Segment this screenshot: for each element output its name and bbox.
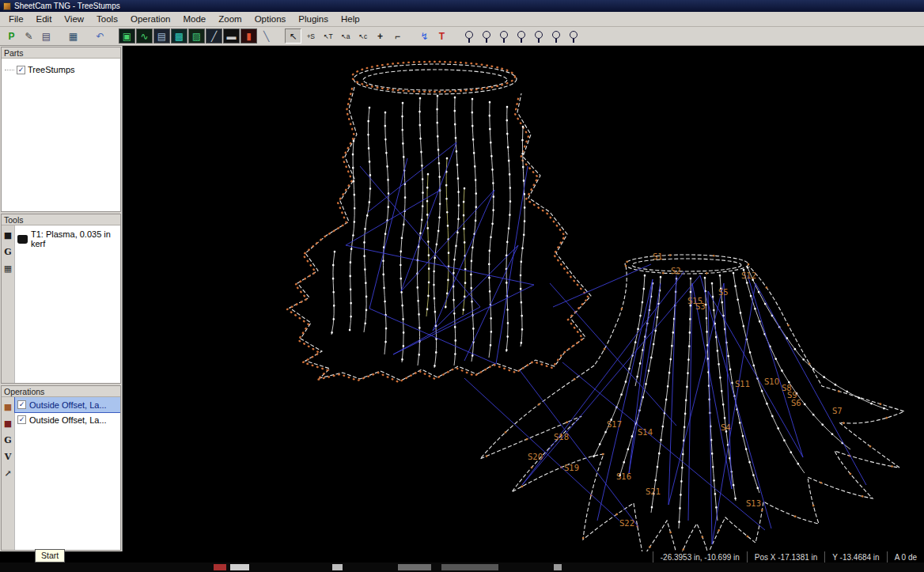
eyedropper-icon[interactable]: ╲ — [258, 28, 275, 44]
operation-checkbox[interactable]: ✓ — [17, 400, 26, 409]
app-icon — [3, 2, 11, 10]
print-icon[interactable]: ▤ — [38, 28, 55, 44]
toolpath-drawing — [123, 46, 924, 551]
add-point-cursor-icon[interactable]: ↖a — [337, 28, 354, 44]
torch-pin-icon[interactable] — [547, 28, 564, 44]
op-move-icon[interactable]: ↗ — [4, 469, 11, 478]
torch-pin-icon[interactable] — [513, 28, 529, 44]
taskbar-item[interactable] — [554, 564, 562, 570]
text-tool-icon[interactable]: T — [434, 28, 450, 44]
simulate-icon[interactable]: ↯ — [416, 28, 433, 44]
start-point-label: S17 — [607, 421, 622, 429]
start-point-label: S5 — [718, 289, 729, 297]
parts-tree-item[interactable]: ✓ TreeStumps — [2, 59, 120, 74]
op-gcode-icon[interactable]: G — [4, 436, 11, 445]
taskbar-item[interactable] — [441, 564, 498, 570]
show-grid-icon[interactable]: ▨ — [188, 28, 205, 44]
show-toolpath-icon[interactable]: ∿ — [136, 28, 153, 44]
operation-label: Outside Offset, La... — [29, 415, 107, 425]
tool-list-item[interactable]: T1: Plasma, 0.035 in kerf — [15, 225, 120, 248]
menu-help[interactable]: Help — [335, 13, 366, 25]
parts-panel-header: Parts — [2, 47, 120, 59]
start-point-label: S13 — [746, 500, 761, 508]
torch-pin-icon[interactable] — [478, 28, 494, 44]
status-angle: A 0 de — [887, 551, 924, 563]
parts-panel: Parts ✓ TreeStumps — [1, 47, 121, 212]
edit-part-icon[interactable]: ✎ — [21, 28, 37, 44]
operations-panel: Operations ■■GV↗ ✓Outside Offset, La...✓… — [1, 385, 121, 551]
origin-icon[interactable]: ⌐ — [389, 28, 406, 44]
window-title: SheetCam TNG - TreeStumps — [14, 2, 120, 10]
torch-pin-icon[interactable] — [495, 28, 512, 44]
snap-cursor-icon[interactable]: +S — [302, 28, 319, 44]
menu-edit[interactable]: Edit — [30, 13, 59, 25]
menu-options[interactable]: Options — [248, 13, 293, 25]
move-part-icon[interactable]: + — [372, 28, 388, 44]
start-point-label: S6 — [791, 400, 801, 407]
op-cut-icon[interactable]: ■ — [4, 419, 12, 428]
plasma-tool-icon — [17, 235, 28, 244]
plasma-head-icon[interactable]: ■ — [4, 231, 12, 240]
start-point-label: S22 — [619, 520, 634, 528]
menu-mode[interactable]: Mode — [176, 13, 212, 25]
torch-pin-icon[interactable] — [460, 28, 477, 44]
tools-panel: Tools ■G▦ T1: Plasma, 0.035 in kerf — [1, 214, 121, 384]
start-point-label: S18 — [554, 434, 569, 441]
start-point-label: S20 — [528, 453, 543, 461]
taskbar-item[interactable] — [332, 564, 343, 570]
copy-cursor-icon[interactable]: ↖c — [354, 28, 371, 44]
statusbar: -26.3953 in, -10.699 in Pos X -17.1381 i… — [0, 551, 924, 563]
postprocess-icon[interactable]: P — [3, 28, 20, 44]
menu-plugins[interactable]: Plugins — [292, 13, 335, 25]
taskbar-item[interactable] — [214, 564, 226, 570]
operations-list: ✓Outside Offset, La...✓Outside Offset, L… — [15, 397, 120, 550]
start-point-label: S14 — [638, 429, 653, 437]
start-point-label: S7 — [832, 407, 843, 415]
status-cursor-coords: -26.3953 in, -10.699 in — [653, 551, 747, 563]
torch-pin-icon[interactable] — [530, 28, 547, 44]
show-image-icon[interactable]: ▤ — [153, 28, 170, 44]
operation-checkbox[interactable]: ✓ — [17, 415, 26, 424]
main-area: Parts ✓ TreeStumps Tools ■G▦ T1: Plasma,… — [0, 46, 924, 551]
rapid-move-lines — [346, 142, 866, 544]
parts-panel-body: ✓ TreeStumps — [2, 59, 120, 211]
gcode-icon[interactable]: G — [4, 248, 11, 256]
start-point-label: S9 — [787, 392, 797, 400]
menu-operation[interactable]: Operation — [124, 13, 177, 25]
material-icon[interactable]: ▮ — [240, 28, 257, 44]
status-pos-y: Y -13.4684 in — [824, 551, 886, 563]
show-dark-icon[interactable]: ▬ — [223, 28, 240, 44]
operation-row[interactable]: ✓Outside Offset, La... — [15, 412, 120, 427]
op-tool-icon[interactable]: ■ — [4, 403, 12, 411]
drawing-canvas[interactable]: S1S2S3S4S5S6S7S8S9S10S11S12S13S14S15S16S… — [123, 46, 924, 551]
tool-table-icon[interactable]: ▦ — [4, 264, 12, 273]
menu-zoom[interactable]: Zoom — [212, 13, 248, 25]
start-point-cursor-icon[interactable]: ↖T — [320, 28, 336, 44]
op-v-icon[interactable]: V — [5, 453, 12, 461]
start-point-label: S16 — [616, 473, 631, 481]
torch-pin-icon[interactable] — [565, 28, 581, 44]
start-point-label: S1 — [653, 253, 663, 261]
show-part-icon[interactable]: ▣ — [119, 28, 135, 44]
menu-tools[interactable]: Tools — [90, 13, 124, 25]
show-slope-icon[interactable]: ╱ — [206, 28, 222, 44]
job-options-icon[interactable]: ▦ — [65, 28, 81, 44]
tools-icon-strip: ■G▦ — [2, 225, 15, 383]
start-point-label: S19 — [564, 464, 579, 472]
operation-row[interactable]: ✓Outside Offset, La... — [15, 397, 120, 412]
undo-icon[interactable]: ↶ — [92, 28, 108, 44]
show-solid-icon[interactable]: ▩ — [171, 28, 187, 44]
left-sidebar: Parts ✓ TreeStumps Tools ■G▦ T1: Plasma,… — [0, 46, 123, 551]
taskbar-item[interactable] — [398, 564, 431, 570]
menu-file[interactable]: File — [2, 13, 30, 25]
toolbar: P✎▤▦↶▣∿▤▩▨╱▬▮╲↖+S↖T↖a↖c+⌐↯T — [0, 27, 924, 46]
taskbar-item[interactable] — [230, 564, 249, 570]
left-stump — [287, 62, 591, 382]
parts-item-checkbox[interactable]: ✓ — [17, 66, 25, 74]
operations-panel-header: Operations — [2, 386, 120, 397]
parts-item-label: TreeStumps — [28, 65, 75, 74]
select-cursor-icon[interactable]: ↖ — [285, 28, 301, 44]
menu-view[interactable]: View — [58, 13, 90, 25]
tree-connector — [5, 70, 14, 70]
start-point-label: S10 — [764, 378, 779, 386]
